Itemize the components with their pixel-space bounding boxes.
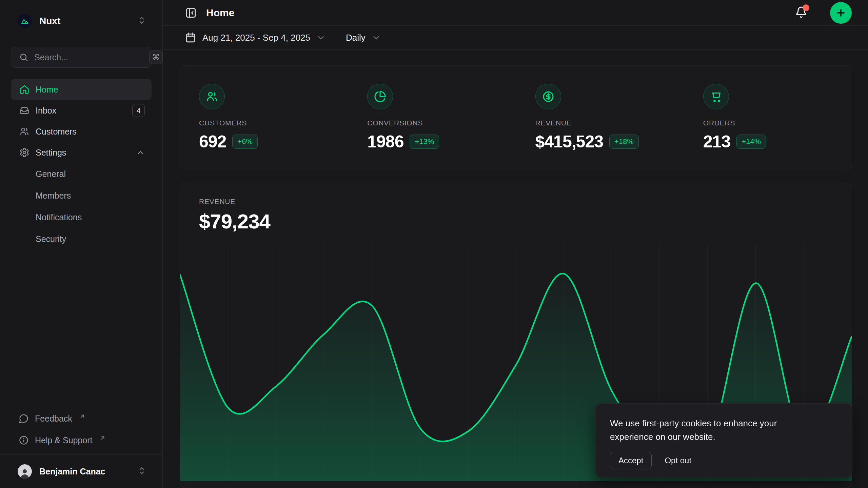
- inbox-count-badge: 4: [132, 104, 145, 117]
- stat-label: CUSTOMERS: [199, 119, 338, 127]
- stat-revenue[interactable]: REVENUE $415,523 +18%: [516, 65, 684, 169]
- main-area: Home: [163, 0, 868, 488]
- accept-button[interactable]: Accept: [610, 452, 652, 469]
- stat-customers[interactable]: CUSTOMERS 692 +6%: [180, 65, 348, 169]
- stats-row: CUSTOMERS 692 +6% CONVERSIONS 1986: [180, 65, 852, 169]
- sidebar-item-general[interactable]: General: [25, 163, 152, 185]
- submenu-item-label: Notifications: [36, 212, 82, 222]
- external-link-icon: [79, 413, 85, 420]
- sidebar-item-home[interactable]: Home: [11, 79, 152, 100]
- sidebar-item-inbox[interactable]: Inbox 4: [11, 100, 152, 121]
- revenue-total: $79,234: [199, 210, 852, 233]
- sidebar-nav: Home Inbox 4 C: [11, 79, 152, 250]
- stat-delta-badge: +13%: [410, 135, 439, 149]
- chevrons-up-down-icon: [137, 15, 147, 27]
- stat-value: 1986: [367, 132, 403, 151]
- sidebar-item-label: Customers: [36, 127, 145, 137]
- external-link-icon: [99, 435, 106, 441]
- chevrons-up-down-icon: [137, 466, 147, 477]
- stat-value: 692: [199, 132, 226, 151]
- sidebar-item-settings[interactable]: Settings: [11, 142, 152, 163]
- filters-toolbar: Aug 21, 2025 - Sep 4, 2025 Daily: [163, 26, 868, 50]
- chevron-up-icon: [136, 148, 145, 157]
- cookie-banner: We use first-party cookies to enhance yo…: [595, 403, 852, 478]
- stat-value: $415,523: [535, 132, 604, 151]
- user-menu[interactable]: Benjamin Canac: [11, 455, 152, 488]
- message-bubble-icon: [19, 413, 29, 424]
- opt-out-button[interactable]: Opt out: [665, 452, 691, 469]
- search-icon: [19, 53, 28, 62]
- help-support-link[interactable]: Help & Support: [11, 429, 152, 451]
- calendar-icon: [185, 32, 196, 43]
- granularity-value: Daily: [346, 33, 366, 43]
- gear-icon: [19, 147, 29, 158]
- chevron-down-icon: [372, 33, 381, 42]
- stat-delta-badge: +6%: [232, 135, 258, 149]
- users-icon: [199, 84, 225, 109]
- stat-orders[interactable]: ORDERS 213 +14%: [684, 65, 852, 169]
- nuxt-logo-icon: [18, 14, 32, 28]
- granularity-select[interactable]: Daily: [346, 33, 381, 43]
- settings-submenu: General Members Notifications Security: [25, 163, 152, 250]
- kbd-command: ⌘: [149, 50, 163, 64]
- team-switcher[interactable]: Nuxt: [11, 10, 152, 32]
- stat-label: ORDERS: [703, 119, 842, 127]
- cookie-message: We use first-party cookies to enhance yo…: [610, 416, 813, 444]
- sidebar-item-customers[interactable]: Customers: [11, 121, 152, 142]
- inbox-icon: [19, 105, 29, 116]
- submenu-item-label: General: [36, 169, 66, 179]
- sidebar-item-notifications[interactable]: Notifications: [25, 206, 152, 228]
- dollar-circle-icon: [535, 84, 561, 109]
- sidebar-item-label: Home: [36, 85, 145, 95]
- notifications-button[interactable]: [795, 6, 807, 20]
- sidebar: Nuxt ⌘ K: [0, 0, 163, 488]
- team-name: Nuxt: [39, 16, 129, 26]
- users-icon: [19, 126, 29, 137]
- submenu-item-label: Security: [36, 234, 66, 244]
- revenue-label: REVENUE: [199, 198, 852, 206]
- pie-chart-icon: [367, 84, 393, 109]
- sidebar-item-label: Inbox: [36, 106, 126, 116]
- sidebar-item-label: Settings: [36, 148, 130, 158]
- stat-delta-badge: +14%: [736, 135, 766, 149]
- app-root: Nuxt ⌘ K: [0, 0, 868, 488]
- stat-conversions[interactable]: CONVERSIONS 1986 +13%: [348, 65, 516, 169]
- sidebar-item-security[interactable]: Security: [25, 228, 152, 250]
- shopping-cart-icon: [703, 84, 729, 109]
- submenu-item-label: Members: [36, 191, 71, 201]
- search-input[interactable]: [34, 53, 143, 62]
- sidebar-toggle-icon[interactable]: [185, 7, 197, 19]
- help-support-label: Help & Support: [35, 435, 93, 445]
- sidebar-item-members[interactable]: Members: [25, 185, 152, 206]
- info-circle-icon: [19, 435, 29, 445]
- notification-dot: [803, 4, 809, 11]
- page-header: Home: [163, 0, 868, 26]
- chevron-down-icon: [316, 33, 326, 42]
- date-range-picker[interactable]: Aug 21, 2025 - Sep 4, 2025: [185, 32, 326, 43]
- stat-value: 213: [703, 132, 730, 151]
- stat-delta-badge: +18%: [609, 135, 639, 149]
- avatar: [18, 464, 32, 479]
- page-title: Home: [206, 7, 786, 19]
- stat-label: CONVERSIONS: [367, 119, 506, 127]
- user-name: Benjamin Canac: [39, 467, 129, 476]
- add-button[interactable]: [830, 2, 852, 24]
- feedback-label: Feedback: [35, 414, 72, 424]
- sidebar-spacer: [11, 250, 152, 408]
- stat-label: REVENUE: [535, 119, 674, 127]
- search-input-wrap[interactable]: ⌘ K: [11, 47, 152, 68]
- date-range-value: Aug 21, 2025 - Sep 4, 2025: [202, 33, 310, 43]
- feedback-link[interactable]: Feedback: [11, 408, 152, 429]
- revenue-chart-header: REVENUE $79,234: [180, 183, 852, 233]
- home-icon: [19, 84, 29, 95]
